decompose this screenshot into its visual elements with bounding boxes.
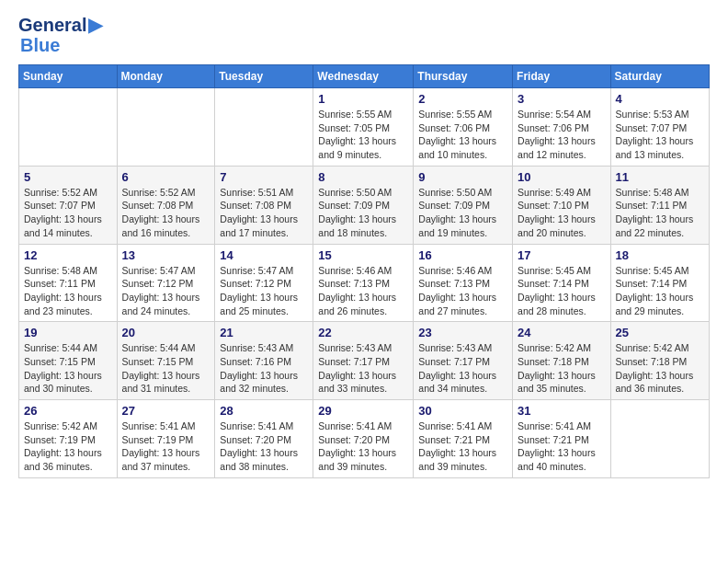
calendar-cell: 15Sunrise: 5:46 AM Sunset: 7:13 PM Dayli… bbox=[313, 244, 414, 322]
day-info: Sunrise: 5:41 AM Sunset: 7:21 PM Dayligh… bbox=[418, 419, 507, 474]
day-number: 12 bbox=[24, 248, 112, 262]
day-info: Sunrise: 5:50 AM Sunset: 7:09 PM Dayligh… bbox=[318, 186, 408, 240]
page: General▶ Blue SundayMondayTuesdayWednesd… bbox=[0, 0, 728, 563]
day-number: 20 bbox=[122, 326, 210, 339]
calendar-cell: 23Sunrise: 5:43 AM Sunset: 7:17 PM Dayli… bbox=[414, 322, 513, 400]
day-number: 9 bbox=[418, 170, 507, 184]
calendar-header-row: SundayMondayTuesdayWednesdayThursdayFrid… bbox=[19, 65, 710, 88]
day-number: 26 bbox=[24, 404, 112, 418]
day-info: Sunrise: 5:53 AM Sunset: 7:07 PM Dayligh… bbox=[616, 108, 704, 162]
weekday-header-monday: Monday bbox=[117, 65, 215, 88]
day-number: 21 bbox=[220, 326, 308, 339]
logo-subtext: Blue bbox=[20, 35, 60, 55]
day-number: 25 bbox=[616, 326, 704, 339]
calendar-cell: 24Sunrise: 5:42 AM Sunset: 7:18 PM Dayli… bbox=[513, 322, 611, 400]
calendar-cell: 5Sunrise: 5:52 AM Sunset: 7:07 PM Daylig… bbox=[19, 166, 118, 244]
day-number: 3 bbox=[518, 92, 606, 106]
day-number: 14 bbox=[220, 248, 308, 262]
calendar-week-2: 5Sunrise: 5:52 AM Sunset: 7:07 PM Daylig… bbox=[19, 166, 710, 244]
calendar-cell: 30Sunrise: 5:41 AM Sunset: 7:21 PM Dayli… bbox=[414, 400, 513, 478]
day-info: Sunrise: 5:46 AM Sunset: 7:13 PM Dayligh… bbox=[418, 264, 507, 318]
calendar-cell: 11Sunrise: 5:48 AM Sunset: 7:11 PM Dayli… bbox=[610, 166, 709, 244]
day-number: 11 bbox=[616, 170, 704, 184]
calendar-cell: 16Sunrise: 5:46 AM Sunset: 7:13 PM Dayli… bbox=[414, 244, 513, 322]
day-info: Sunrise: 5:43 AM Sunset: 7:17 PM Dayligh… bbox=[418, 341, 507, 396]
day-info: Sunrise: 5:41 AM Sunset: 7:20 PM Dayligh… bbox=[220, 419, 308, 474]
calendar-cell: 20Sunrise: 5:44 AM Sunset: 7:15 PM Dayli… bbox=[117, 322, 215, 400]
calendar-cell: 7Sunrise: 5:51 AM Sunset: 7:08 PM Daylig… bbox=[215, 166, 313, 244]
day-info: Sunrise: 5:44 AM Sunset: 7:15 PM Dayligh… bbox=[24, 341, 112, 396]
calendar-cell: 18Sunrise: 5:45 AM Sunset: 7:14 PM Dayli… bbox=[610, 244, 709, 322]
day-number: 6 bbox=[122, 170, 210, 184]
day-info: Sunrise: 5:47 AM Sunset: 7:12 PM Dayligh… bbox=[122, 264, 210, 318]
day-info: Sunrise: 5:54 AM Sunset: 7:06 PM Dayligh… bbox=[518, 108, 606, 162]
day-info: Sunrise: 5:42 AM Sunset: 7:19 PM Dayligh… bbox=[24, 419, 112, 474]
calendar-cell: 28Sunrise: 5:41 AM Sunset: 7:20 PM Dayli… bbox=[215, 400, 313, 478]
calendar-cell: 2Sunrise: 5:55 AM Sunset: 7:06 PM Daylig… bbox=[414, 88, 513, 167]
calendar-week-1: 1Sunrise: 5:55 AM Sunset: 7:05 PM Daylig… bbox=[19, 88, 710, 167]
day-number: 17 bbox=[518, 248, 606, 262]
day-number: 2 bbox=[418, 92, 507, 106]
day-number: 31 bbox=[518, 404, 606, 418]
weekday-header-wednesday: Wednesday bbox=[313, 65, 414, 88]
calendar-cell: 22Sunrise: 5:43 AM Sunset: 7:17 PM Dayli… bbox=[313, 322, 414, 400]
day-number: 29 bbox=[318, 404, 408, 418]
calendar-cell: 17Sunrise: 5:45 AM Sunset: 7:14 PM Dayli… bbox=[513, 244, 611, 322]
day-number: 16 bbox=[418, 248, 507, 262]
day-info: Sunrise: 5:41 AM Sunset: 7:21 PM Dayligh… bbox=[518, 419, 606, 474]
calendar-cell: 29Sunrise: 5:41 AM Sunset: 7:20 PM Dayli… bbox=[313, 400, 414, 478]
weekday-header-tuesday: Tuesday bbox=[215, 65, 313, 88]
day-info: Sunrise: 5:41 AM Sunset: 7:19 PM Dayligh… bbox=[122, 419, 210, 474]
day-info: Sunrise: 5:48 AM Sunset: 7:11 PM Dayligh… bbox=[616, 186, 704, 240]
day-info: Sunrise: 5:41 AM Sunset: 7:20 PM Dayligh… bbox=[318, 419, 408, 474]
day-number: 30 bbox=[418, 404, 507, 418]
day-info: Sunrise: 5:50 AM Sunset: 7:09 PM Dayligh… bbox=[418, 186, 507, 240]
calendar-cell: 19Sunrise: 5:44 AM Sunset: 7:15 PM Dayli… bbox=[19, 322, 118, 400]
calendar-week-4: 19Sunrise: 5:44 AM Sunset: 7:15 PM Dayli… bbox=[19, 322, 710, 400]
weekday-header-saturday: Saturday bbox=[610, 65, 709, 88]
day-number: 10 bbox=[518, 170, 606, 184]
day-info: Sunrise: 5:48 AM Sunset: 7:11 PM Dayligh… bbox=[24, 264, 112, 318]
calendar-cell: 10Sunrise: 5:49 AM Sunset: 7:10 PM Dayli… bbox=[513, 166, 611, 244]
day-number: 24 bbox=[518, 326, 606, 339]
day-number: 5 bbox=[24, 170, 112, 184]
day-info: Sunrise: 5:46 AM Sunset: 7:13 PM Dayligh… bbox=[318, 264, 408, 318]
header: General▶ Blue bbox=[18, 15, 710, 55]
calendar-cell bbox=[117, 88, 215, 167]
calendar-cell: 3Sunrise: 5:54 AM Sunset: 7:06 PM Daylig… bbox=[513, 88, 611, 167]
day-info: Sunrise: 5:49 AM Sunset: 7:10 PM Dayligh… bbox=[518, 186, 606, 240]
calendar-cell: 13Sunrise: 5:47 AM Sunset: 7:12 PM Dayli… bbox=[117, 244, 215, 322]
calendar-cell: 31Sunrise: 5:41 AM Sunset: 7:21 PM Dayli… bbox=[513, 400, 611, 478]
day-info: Sunrise: 5:45 AM Sunset: 7:14 PM Dayligh… bbox=[518, 264, 606, 318]
day-number: 15 bbox=[318, 248, 408, 262]
day-info: Sunrise: 5:52 AM Sunset: 7:07 PM Dayligh… bbox=[24, 186, 112, 240]
calendar-cell: 21Sunrise: 5:43 AM Sunset: 7:16 PM Dayli… bbox=[215, 322, 313, 400]
day-number: 8 bbox=[318, 170, 408, 184]
weekday-header-friday: Friday bbox=[513, 65, 611, 88]
calendar-cell: 14Sunrise: 5:47 AM Sunset: 7:12 PM Dayli… bbox=[215, 244, 313, 322]
weekday-header-sunday: Sunday bbox=[19, 65, 118, 88]
day-number: 27 bbox=[122, 404, 210, 418]
day-info: Sunrise: 5:55 AM Sunset: 7:05 PM Dayligh… bbox=[318, 108, 408, 162]
day-number: 4 bbox=[616, 92, 704, 106]
day-number: 23 bbox=[418, 326, 507, 339]
calendar-cell bbox=[19, 88, 118, 167]
calendar-cell: 4Sunrise: 5:53 AM Sunset: 7:07 PM Daylig… bbox=[610, 88, 709, 167]
calendar: SundayMondayTuesdayWednesdayThursdayFrid… bbox=[18, 64, 710, 478]
day-number: 13 bbox=[122, 248, 210, 262]
day-info: Sunrise: 5:43 AM Sunset: 7:16 PM Dayligh… bbox=[220, 341, 308, 396]
calendar-cell: 12Sunrise: 5:48 AM Sunset: 7:11 PM Dayli… bbox=[19, 244, 118, 322]
day-info: Sunrise: 5:42 AM Sunset: 7:18 PM Dayligh… bbox=[518, 341, 606, 396]
calendar-cell: 27Sunrise: 5:41 AM Sunset: 7:19 PM Dayli… bbox=[117, 400, 215, 478]
day-number: 1 bbox=[318, 92, 408, 106]
day-info: Sunrise: 5:52 AM Sunset: 7:08 PM Dayligh… bbox=[122, 186, 210, 240]
day-info: Sunrise: 5:43 AM Sunset: 7:17 PM Dayligh… bbox=[318, 341, 408, 396]
logo-text: General▶ bbox=[18, 15, 102, 35]
day-info: Sunrise: 5:45 AM Sunset: 7:14 PM Dayligh… bbox=[616, 264, 704, 318]
day-number: 22 bbox=[318, 326, 408, 339]
calendar-cell: 25Sunrise: 5:42 AM Sunset: 7:18 PM Dayli… bbox=[610, 322, 709, 400]
calendar-cell bbox=[215, 88, 313, 167]
day-number: 28 bbox=[220, 404, 308, 418]
calendar-cell: 26Sunrise: 5:42 AM Sunset: 7:19 PM Dayli… bbox=[19, 400, 118, 478]
calendar-cell: 9Sunrise: 5:50 AM Sunset: 7:09 PM Daylig… bbox=[414, 166, 513, 244]
